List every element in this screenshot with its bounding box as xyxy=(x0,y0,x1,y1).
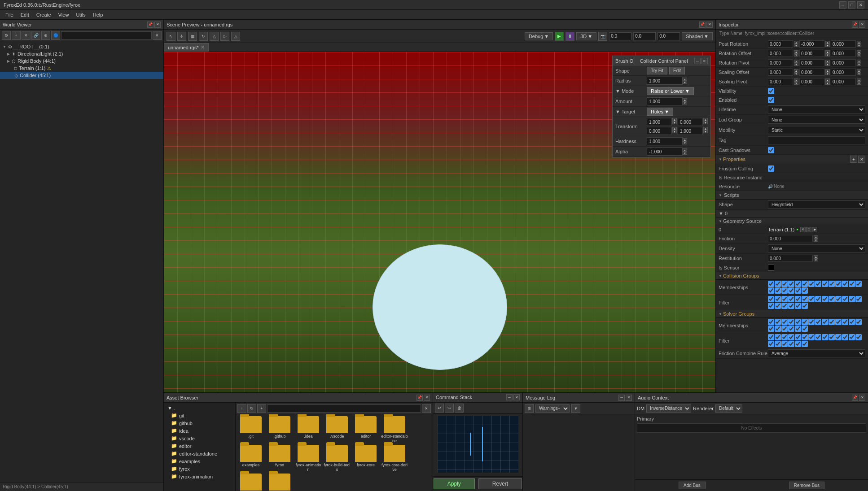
wv-btn-2[interactable]: + xyxy=(12,31,21,40)
f-cb-3[interactable] xyxy=(781,296,788,302)
mb-cb-11[interactable] xyxy=(835,281,842,287)
sf-cb-15[interactable] xyxy=(768,341,774,347)
sf-cb-19[interactable] xyxy=(795,341,801,347)
so-x-up[interactable]: ▲ xyxy=(794,69,798,72)
transform-y1[interactable] xyxy=(678,118,702,126)
smb-cb-16[interactable] xyxy=(775,326,781,332)
folder-fyrox-core-derive[interactable]: fyrox-core-derive xyxy=(381,445,408,472)
wv-btn-6[interactable]: 🔵 xyxy=(51,31,60,40)
properties-section[interactable]: ▼ Properties + ✕ xyxy=(716,155,868,164)
mb-cb-12[interactable] xyxy=(842,281,848,287)
lifetime-dropdown[interactable]: None xyxy=(768,105,865,113)
f-cb-13[interactable] xyxy=(849,296,855,302)
ro-x-up[interactable]: ▲ xyxy=(794,50,798,53)
so-y-up[interactable]: ▲ xyxy=(825,69,830,72)
shape-dropdown[interactable]: Heightfield xyxy=(768,200,865,209)
transform-y2[interactable] xyxy=(678,127,702,135)
folder-github[interactable]: .github xyxy=(266,416,293,443)
collider-panel-close[interactable]: ✕ xyxy=(701,58,708,64)
smb-cb-2[interactable] xyxy=(775,319,781,325)
wv-btn-4[interactable]: 🔗 xyxy=(31,31,40,40)
f-cb-17[interactable] xyxy=(781,303,788,309)
pr-z-down[interactable]: ▼ xyxy=(857,44,861,47)
mb-cb-20[interactable] xyxy=(802,287,808,294)
geom-section[interactable]: ▼ 0 xyxy=(716,210,868,217)
mb-cb-2[interactable] xyxy=(775,281,781,287)
transform-x2[interactable] xyxy=(647,127,671,135)
ro-x[interactable] xyxy=(768,50,793,57)
tree-directional-light[interactable]: ▶ ☀ DirectionalLight (2:1) xyxy=(0,50,163,57)
menu-file[interactable]: File xyxy=(2,11,17,18)
ty1-up[interactable]: ▲ xyxy=(703,118,708,121)
mb-cb-6[interactable] xyxy=(802,281,808,287)
audio-distance-dropdown[interactable]: InverseDistance xyxy=(646,404,691,413)
post-rot-x[interactable] xyxy=(768,40,793,48)
asset-search[interactable] xyxy=(267,404,421,413)
smb-cb-6[interactable] xyxy=(802,319,808,325)
cmd-clear[interactable]: 🗑 xyxy=(455,404,464,413)
mb-cb-15[interactable] xyxy=(768,287,774,294)
alpha-down[interactable]: ▼ xyxy=(683,152,687,155)
ty2-down[interactable]: ▼ xyxy=(703,130,708,133)
audio-pin[interactable]: 📌 xyxy=(852,395,858,401)
mb-cb-19[interactable] xyxy=(795,287,801,294)
mb-cb-5[interactable] xyxy=(795,281,801,287)
tree-terrain[interactable]: □ Terrain (1:1) ⚠ xyxy=(0,65,163,72)
sf-cb-13[interactable] xyxy=(849,334,855,340)
friction-combine-dropdown[interactable]: Average xyxy=(768,349,865,357)
so-x-down[interactable]: ▼ xyxy=(794,72,798,75)
ro-y[interactable] xyxy=(799,50,824,57)
sf-cb-4[interactable] xyxy=(788,334,794,340)
at-git[interactable]: 📁 git xyxy=(164,412,235,419)
folder-fyrox-build-tools[interactable]: fyrox-build-tools xyxy=(324,445,351,472)
properties-add[interactable]: + xyxy=(850,156,857,163)
folder-git[interactable]: .git xyxy=(237,416,264,443)
collider-radius-input[interactable] xyxy=(647,77,683,85)
at-editor-standalone[interactable]: 📁 editor-standalone xyxy=(164,450,235,457)
scene-tab-active[interactable]: unnamed.rgs* ✕ xyxy=(164,43,209,52)
folder-fyrox-animation[interactable]: fyrox-animation xyxy=(295,445,322,472)
folder-fyrox[interactable]: fyrox xyxy=(266,445,293,472)
sf-cb-16[interactable] xyxy=(775,341,781,347)
sf-cb-18[interactable] xyxy=(788,341,794,347)
friction-input[interactable] xyxy=(768,235,813,242)
f-cb-12[interactable] xyxy=(842,296,848,302)
visibility-checkbox[interactable] xyxy=(768,88,774,94)
folder-examples[interactable]: examples xyxy=(237,445,264,472)
tx1-down[interactable]: ▼ xyxy=(672,121,677,124)
mb-cb-14[interactable] xyxy=(855,281,862,287)
restitution-input[interactable] xyxy=(768,255,813,262)
camera-icon[interactable]: 📷 xyxy=(598,32,607,41)
radius-up[interactable]: ▲ xyxy=(683,78,687,81)
scene-tool-rotate[interactable]: ↻ xyxy=(199,32,208,41)
scene-tool-7[interactable]: △ xyxy=(231,32,240,41)
terrain-btn2[interactable]: □ xyxy=(806,227,811,232)
at-up[interactable]: ↑ xyxy=(237,404,246,413)
ro-z-up[interactable]: ▲ xyxy=(857,50,861,53)
tag-input[interactable] xyxy=(768,136,865,144)
at-add[interactable]: + xyxy=(257,404,266,413)
audio-renderer-dropdown[interactable]: Default xyxy=(715,404,742,413)
wv-btn-3[interactable]: ✕ xyxy=(22,31,31,40)
collider-hardness-input[interactable] xyxy=(647,137,683,145)
folder-fyrox-dylib[interactable]: fyrox-dylib xyxy=(237,474,264,491)
sp-x-down[interactable]: ▼ xyxy=(794,82,798,85)
mb-cb-17[interactable] xyxy=(781,287,788,294)
at-refresh[interactable]: ↻ xyxy=(247,404,256,413)
smb-cb-1[interactable] xyxy=(768,319,774,325)
rp-y-down[interactable]: ▼ xyxy=(825,63,830,66)
enabled-checkbox[interactable] xyxy=(768,97,774,103)
amount-up[interactable]: ▲ xyxy=(683,98,687,101)
folder-editor[interactable]: editor xyxy=(352,416,379,443)
frustum-culling-checkbox[interactable] xyxy=(768,165,774,172)
msg-filter-dropdown[interactable]: Warnings+ xyxy=(535,404,570,413)
sf-cb-17[interactable] xyxy=(781,341,788,347)
msg-close[interactable]: ✕ xyxy=(626,395,632,401)
smb-cb-8[interactable] xyxy=(815,319,821,325)
msg-arrow-down[interactable]: ▼ xyxy=(571,404,580,413)
rp-x-up[interactable]: ▲ xyxy=(794,60,798,63)
so-z-down[interactable]: ▼ xyxy=(857,72,861,75)
menu-create[interactable]: Create xyxy=(33,11,55,18)
cmd-apply-btn[interactable]: Apply xyxy=(434,478,475,489)
lod-group-dropdown[interactable]: None xyxy=(768,116,865,124)
